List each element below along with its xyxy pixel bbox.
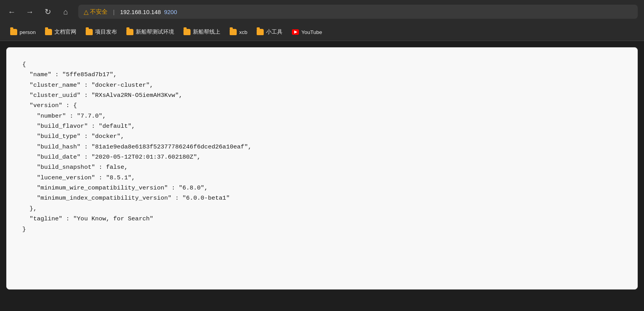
json-line-05: "version" : { <box>22 102 77 109</box>
json-line-17: } <box>22 226 26 233</box>
json-line-12: "lucene_version" : "8.5.1", <box>22 174 135 181</box>
folder-icon <box>230 29 237 35</box>
browser-chrome: ← → ↻ ⌂ △ 不安全 | 192.168.10.148 9200 pers… <box>0 0 644 41</box>
reload-button[interactable]: ↻ <box>42 6 53 17</box>
bookmark-label: 新船帮测试环境 <box>136 29 174 36</box>
json-line-07: "build_flavor" : "default", <box>22 123 135 130</box>
json-line-10: "build_date" : "2020-05-12T02:01:37.6021… <box>22 154 201 161</box>
json-line-11: "build_snapshot" : false, <box>22 164 128 171</box>
address-host: 192.168.10.148 <box>120 9 161 15</box>
json-line-02: "name" : "5ffe85ad7b17", <box>22 71 117 78</box>
youtube-icon <box>292 29 299 35</box>
bookmark-youtube[interactable]: YouTube <box>288 28 326 37</box>
bookmark-label: 小工具 <box>266 29 282 36</box>
warning-icon: △ <box>84 8 88 16</box>
bookmark-label: 文档官网 <box>54 29 76 36</box>
back-button[interactable]: ← <box>6 6 17 17</box>
bookmark-label: 项目发布 <box>95 29 117 36</box>
folder-icon <box>45 29 52 35</box>
bookmark-xcb[interactable]: xcb <box>226 27 251 37</box>
bookmark-xinchuan-live[interactable]: 新船帮线上 <box>180 27 224 37</box>
json-line-08: "build_type" : "docker", <box>22 133 124 140</box>
json-line-04: "cluster_uuid" : "RXsAlva2RN-O5iemAH3Kvw… <box>22 92 182 99</box>
folder-icon <box>257 29 264 35</box>
home-button[interactable]: ⌂ <box>60 6 71 17</box>
bookmark-label: 新船帮线上 <box>193 29 220 36</box>
security-label: 不安全 <box>90 8 108 16</box>
json-line-14: "minimum_index_compatibility_version" : … <box>22 195 230 202</box>
folder-icon <box>183 29 191 35</box>
folder-icon <box>126 29 133 35</box>
address-bar[interactable]: △ 不安全 | 192.168.10.148 9200 <box>78 5 638 19</box>
address-port: 9200 <box>164 9 177 15</box>
json-line-06: "number" : "7.7.0", <box>22 113 106 120</box>
json-line-15: }, <box>22 205 37 212</box>
bookmark-label: YouTube <box>301 29 322 35</box>
content-area: { "name" : "5ffe85ad7b17", "cluster_name… <box>6 47 638 290</box>
folder-icon <box>10 29 17 35</box>
bookmark-xinchuan-test[interactable]: 新船帮测试环境 <box>122 27 178 37</box>
bookmarks-bar: person 文档官网 项目发布 新船帮测试环境 新船帮线上 xcb 小工具 <box>0 23 644 41</box>
json-line-01: { <box>22 61 26 68</box>
bookmark-tools[interactable]: 小工具 <box>253 27 286 37</box>
json-line-13: "minimum_wire_compatibility_version" : "… <box>22 184 208 191</box>
json-response: { "name" : "5ffe85ad7b17", "cluster_name… <box>22 59 622 234</box>
bookmark-label: xcb <box>239 29 247 35</box>
bookmark-person[interactable]: person <box>6 27 40 37</box>
bookmark-xiangmu[interactable]: 项目发布 <box>82 27 121 37</box>
security-warning: △ 不安全 <box>84 8 108 16</box>
json-line-09: "build_hash" : "81a1e9eda8e6183f52377786… <box>22 143 252 150</box>
json-line-03: "cluster_name" : "docker-cluster", <box>22 82 153 89</box>
nav-bar: ← → ↻ ⌂ △ 不安全 | 192.168.10.148 9200 <box>0 0 644 23</box>
bookmark-label: person <box>20 29 36 35</box>
folder-icon <box>86 29 93 35</box>
json-line-16: "tagline" : "You Know, for Search" <box>22 215 153 222</box>
address-separator: | <box>113 9 115 15</box>
forward-button[interactable]: → <box>24 6 35 17</box>
bookmark-wendang[interactable]: 文档官网 <box>41 27 80 37</box>
